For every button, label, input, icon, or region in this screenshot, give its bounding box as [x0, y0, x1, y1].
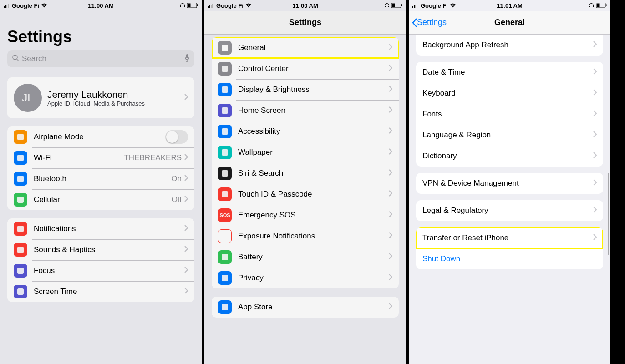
system-group: Notifications Sounds & Haptics Focus Scr…: [7, 218, 194, 302]
network-row-3[interactable]: CellularOff: [7, 189, 194, 210]
settings-row-10[interactable]: Battery: [212, 247, 399, 268]
network-group: Airplane Mode Wi-FiTHEBREAKERS Bluetooth…: [7, 126, 194, 210]
search-input[interactable]: Search: [7, 50, 194, 67]
chevron-right-icon: [389, 148, 392, 157]
system-row-1[interactable]: Sounds & Haptics: [7, 239, 194, 260]
general-g1-row-4[interactable]: Dictionary: [416, 146, 603, 167]
chevron-right-icon: [184, 225, 188, 233]
settings-row-6[interactable]: Siri & Search: [212, 163, 399, 184]
clock: 11:01 AM: [497, 2, 523, 9]
chevron-right-icon: [184, 267, 188, 275]
general-g1-row-1[interactable]: Keyboard: [416, 83, 603, 104]
settings-row-0[interactable]: General: [212, 37, 399, 58]
extra-row-0[interactable]: App Store: [212, 297, 399, 318]
chevron-right-icon: [184, 196, 188, 204]
pane-settings-list: Google Fi 11:00 AM Settings General Cont…: [204, 0, 409, 364]
row-icon: SOS: [218, 208, 232, 222]
chevron-right-icon: [593, 89, 597, 97]
row-label: Shut Down: [422, 254, 597, 263]
svg-rect-17: [412, 6, 413, 8]
row-icon: [218, 41, 232, 55]
system-row-0[interactable]: Notifications: [7, 218, 194, 239]
signal-icon: [4, 2, 10, 9]
general-group-1: Date & Time Keyboard Fonts Language & Re…: [416, 62, 603, 167]
svg-rect-18: [414, 5, 415, 8]
general-g2-row-0[interactable]: VPN & Device Management: [416, 173, 603, 194]
settings-row-11[interactable]: Privacy: [212, 268, 399, 288]
row-label: VPN & Device Management: [422, 179, 593, 188]
settings-row-3[interactable]: Home Screen: [212, 100, 399, 121]
toggle-switch[interactable]: [165, 130, 188, 144]
svg-rect-11: [209, 5, 210, 8]
chevron-right-icon: [184, 94, 188, 102]
svg-rect-15: [392, 3, 395, 7]
row-icon: [218, 104, 232, 117]
settings-row-9[interactable]: Exposure Notifications: [212, 226, 399, 247]
chevron-right-icon: [389, 65, 392, 73]
mic-icon[interactable]: [184, 54, 190, 64]
row-label: Legal & Regulatory: [422, 206, 593, 215]
chevron-right-icon: [593, 152, 597, 160]
network-row-2[interactable]: BluetoothOn: [7, 168, 194, 189]
network-row-1[interactable]: Wi-FiTHEBREAKERS: [7, 147, 194, 168]
chevron-right-icon: [184, 246, 188, 254]
settings-row-4[interactable]: Accessibility: [212, 121, 399, 142]
svg-rect-10: [208, 6, 209, 8]
svg-rect-20: [417, 4, 417, 8]
row-label: General: [238, 43, 389, 52]
settings-row-7[interactable]: Touch ID & Passcode: [212, 184, 399, 205]
system-row-3[interactable]: Screen Time: [7, 281, 194, 302]
general-g1-row-0[interactable]: Date & Time: [416, 62, 603, 83]
back-button[interactable]: Settings: [412, 18, 447, 28]
svg-rect-1: [5, 5, 6, 8]
avatar: JL: [14, 84, 42, 112]
settings-row-1[interactable]: Control Center: [212, 58, 399, 79]
reset-group: Transfer or Reset iPhone Shut Down: [416, 228, 603, 269]
pane-settings-root: Google Fi 11:00 AM Settings Search: [0, 0, 204, 364]
profile-sub: Apple ID, iCloud, Media & Purchases: [47, 100, 184, 107]
chevron-right-icon: [184, 288, 188, 296]
row-value: Off: [172, 195, 182, 204]
chevron-right-icon: [184, 154, 188, 162]
headphones-icon: [180, 2, 185, 9]
general-g1-row-3[interactable]: Language & Region: [416, 125, 603, 146]
row-icon: [218, 146, 232, 159]
search-icon: [12, 54, 19, 63]
system-row-2[interactable]: Focus: [7, 260, 194, 281]
general-g3-row-0[interactable]: Legal & Regulatory: [416, 200, 603, 221]
chevron-right-icon: [593, 179, 597, 187]
chevron-right-icon: [389, 44, 392, 52]
nav-header: Settings General: [409, 11, 610, 35]
chevron-right-icon: [593, 207, 597, 215]
general-g0-row-0[interactable]: Background App Refresh: [416, 35, 603, 56]
chevron-right-icon: [389, 190, 392, 198]
general-g4-row-0[interactable]: Transfer or Reset iPhone: [416, 228, 603, 248]
row-label: Privacy: [238, 273, 389, 283]
scroll-indicator: [608, 173, 609, 255]
row-value: THEBREAKERS: [124, 153, 182, 162]
row-icon: [14, 130, 27, 144]
chevron-right-icon: [389, 274, 392, 282]
row-label: Cellular: [34, 195, 172, 204]
bg-refresh-group: Background App Refresh: [416, 35, 603, 56]
pane-general: Google Fi 11:01 AM Settings General Back…: [409, 0, 613, 364]
svg-line-8: [17, 59, 19, 61]
chevron-right-icon: [593, 110, 597, 118]
network-row-0[interactable]: Airplane Mode: [7, 126, 194, 147]
chevron-right-icon: [389, 211, 392, 219]
settings-row-8[interactable]: SOS Emergency SOS: [212, 205, 399, 226]
settings-row-5[interactable]: Wallpaper: [212, 142, 399, 163]
chevron-right-icon: [389, 303, 392, 311]
general-g1-row-2[interactable]: Fonts: [416, 104, 603, 125]
row-label: Home Screen: [238, 106, 389, 115]
svg-rect-12: [211, 5, 212, 8]
battery-icon: [596, 2, 607, 9]
clock: 11:00 AM: [88, 2, 114, 9]
svg-rect-5: [188, 3, 191, 7]
general-g4-row-1[interactable]: Shut Down: [416, 248, 603, 269]
header-title: Settings: [289, 18, 321, 27]
chevron-right-icon: [593, 234, 597, 242]
row-label: Sounds & Haptics: [34, 245, 184, 254]
profile-card[interactable]: JL Jeremy Laukkonen Apple ID, iCloud, Me…: [7, 77, 194, 118]
settings-row-2[interactable]: Display & Brightness: [212, 79, 399, 100]
